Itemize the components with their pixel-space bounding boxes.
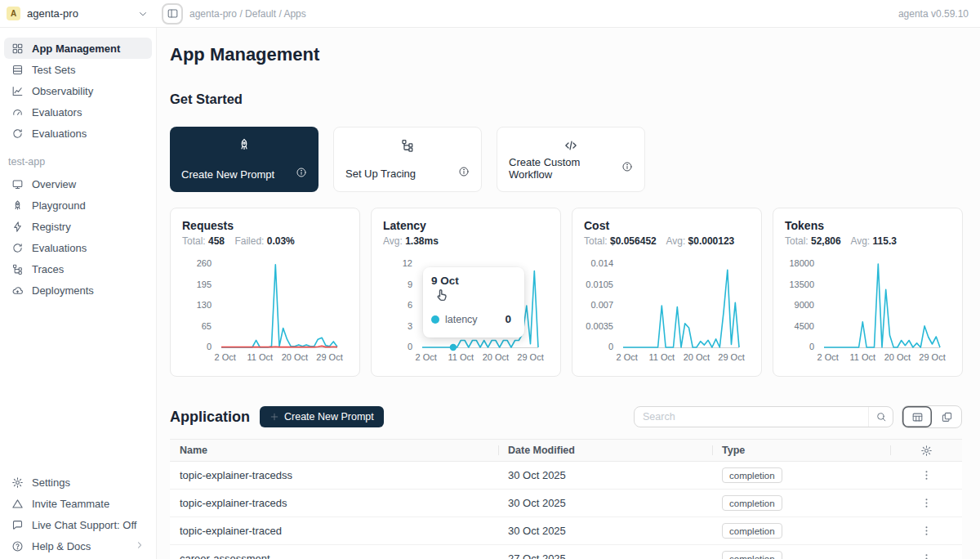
- sidebar-item-label: Registry: [32, 221, 71, 233]
- info-icon[interactable]: [621, 161, 633, 176]
- table-settings-gear-icon[interactable]: [920, 445, 933, 457]
- requests-chart-plot[interactable]: [221, 261, 337, 351]
- sidebar-item-app-management[interactable]: App Management: [4, 38, 152, 59]
- table-view-button[interactable]: [902, 406, 932, 427]
- tooltip-series-dot: [431, 315, 439, 324]
- sidebar-item-playground[interactable]: Playground: [4, 195, 152, 216]
- refresh-icon: [11, 242, 24, 254]
- sidebar-item-overview[interactable]: Overview: [4, 173, 152, 195]
- tooltip-series-value: 0: [505, 313, 516, 325]
- search-button[interactable]: [868, 407, 893, 427]
- sidebar-item-label: Traces: [32, 263, 64, 275]
- sidebar-item-evaluators[interactable]: Evaluators: [4, 101, 152, 123]
- sidebar-item-label: Evaluators: [32, 106, 82, 119]
- sidebar-project-nav: OverviewPlaygroundRegistryEvaluationsTra…: [0, 173, 156, 301]
- apps-table: Name Date Modified Type topic-explainer-…: [170, 439, 962, 559]
- stat-label: Total:: [182, 235, 208, 247]
- y-axis-tick: 0.0105: [572, 280, 613, 291]
- main-content: App Management Get Started Create New Pr…: [157, 28, 980, 559]
- top-bar: A agenta-pro agenta-pro / Default / Apps…: [0, 0, 980, 28]
- card-view-button[interactable]: [932, 406, 961, 427]
- sidebar-item-traces[interactable]: Traces: [4, 258, 152, 280]
- sidebar-item-evaluations[interactable]: Evaluations: [4, 123, 152, 144]
- sidebar-item-evaluations[interactable]: Evaluations: [4, 237, 152, 258]
- sidebar-toggle-button[interactable]: [164, 6, 180, 22]
- refresh-icon: [11, 127, 24, 140]
- sidebar-item-label: Settings: [32, 476, 70, 489]
- table-row[interactable]: topic-explainer-traced30 Oct 2025complet…: [170, 517, 962, 545]
- y-axis-tick: 0: [572, 342, 613, 353]
- bolt-icon: [11, 221, 24, 233]
- sidebar-item-deployments[interactable]: Deployments: [4, 280, 152, 301]
- sidebar-item-settings[interactable]: Settings: [4, 472, 152, 493]
- x-axis-tick: 2 Oct: [416, 352, 437, 362]
- cost-chart-plot[interactable]: [623, 261, 739, 351]
- breadcrumb[interactable]: agenta-pro / Default / Apps: [189, 8, 306, 20]
- workspace-switcher[interactable]: A agenta-pro: [0, 7, 157, 20]
- chart-icon: [11, 85, 24, 97]
- tokens-chart-plot[interactable]: [824, 261, 940, 351]
- info-icon[interactable]: [458, 166, 470, 181]
- row-menu-kebab-icon[interactable]: [920, 469, 933, 481]
- y-axis-tick: 0: [372, 342, 412, 353]
- search-icon: [875, 411, 887, 423]
- workspace-name: agenta-pro: [27, 7, 131, 20]
- cost-chart-title: Cost: [584, 219, 750, 232]
- tree-icon: [11, 263, 24, 275]
- application-heading: Application: [170, 409, 250, 426]
- get-started-card-set-up-tracing[interactable]: Set Up Tracing: [333, 127, 482, 192]
- app-version: agenta v0.59.10: [898, 8, 969, 20]
- page-title: App Management: [170, 44, 319, 65]
- create-new-prompt-button[interactable]: Create New Prompt: [260, 406, 384, 427]
- get-started-card-create-custom-workflow[interactable]: Create Custom Workflow: [497, 127, 645, 192]
- table-view-icon: [911, 411, 924, 423]
- chevron-right-icon: [135, 540, 145, 552]
- sidebar-item-registry[interactable]: Registry: [4, 216, 152, 237]
- gear-icon: [11, 476, 24, 489]
- row-menu-kebab-icon[interactable]: [920, 497, 933, 509]
- rocket-icon: [11, 199, 24, 212]
- tokens-series-tokens: [824, 264, 940, 347]
- cost-chart-stats: Total: $0.056452 Avg: $0.000123: [584, 235, 750, 247]
- x-axis-tick: 20 Oct: [684, 352, 710, 362]
- type-badge: completion: [722, 523, 782, 539]
- gear-icon: [920, 445, 933, 457]
- search-input[interactable]: [635, 411, 868, 423]
- latency-chart-stats: Avg: 1.38ms: [383, 235, 549, 247]
- column-header-name[interactable]: Name: [170, 440, 498, 461]
- column-header-date-modified[interactable]: Date Modified: [498, 440, 712, 461]
- tokens-chart-card: TokensTotal: 52,806 Avg: 115.3 180001350…: [773, 208, 963, 377]
- stat-label: Total:: [584, 235, 610, 247]
- sidebar-item-live-chat-support-off[interactable]: Live Chat Support: Off: [4, 514, 152, 535]
- chart-tooltip: 9 Octlatency0: [423, 267, 524, 338]
- x-axis-tick: 29 Oct: [718, 352, 744, 362]
- sidebar-item-label: App Management: [32, 42, 120, 55]
- sidebar-item-test-sets[interactable]: Test Sets: [4, 59, 152, 80]
- y-axis-tick: 18000: [773, 258, 814, 270]
- row-menu-kebab-icon[interactable]: [920, 552, 933, 559]
- table-row[interactable]: career-assessment27 Oct 2025completion: [170, 545, 962, 559]
- sidebar-item-label: Deployments: [32, 284, 94, 297]
- stat-value: $0.000123: [688, 235, 735, 247]
- table-row[interactable]: topic-explainer-traceds30 Oct 2025comple…: [170, 490, 962, 517]
- row-menu-kebab-icon[interactable]: [920, 525, 933, 537]
- info-icon[interactable]: [296, 167, 307, 181]
- sidebar-item-help-docs[interactable]: Help & Docs: [4, 535, 152, 557]
- table-row[interactable]: topic-explainer-tracedss30 Oct 2025compl…: [170, 462, 962, 490]
- get-started-card-bottom: Create New Prompt: [181, 167, 307, 181]
- sidebar-item-observability[interactable]: Observability: [4, 80, 152, 101]
- cell-date-modified: 30 Oct 2025: [498, 497, 712, 509]
- column-header-type[interactable]: Type: [712, 440, 890, 461]
- sidebar-item-label: Evaluations: [32, 242, 87, 254]
- search-box: [634, 406, 893, 427]
- sidebar-footer-nav: SettingsInvite TeammateLive Chat Support…: [0, 472, 156, 557]
- sidebar-item-invite-teammate[interactable]: Invite Teammate: [4, 493, 152, 514]
- get-started-card-create-new-prompt[interactable]: Create New Prompt: [170, 127, 318, 192]
- view-toggle: [902, 405, 962, 428]
- type-badge: completion: [722, 551, 782, 559]
- sidebar-item-label: Overview: [32, 178, 76, 190]
- x-axis-tick: 29 Oct: [316, 352, 342, 362]
- cell-actions: [890, 497, 962, 509]
- card-view-icon: [941, 411, 953, 423]
- cost-chart-card: CostTotal: $0.056452 Avg: $0.000123 0.01…: [572, 208, 762, 377]
